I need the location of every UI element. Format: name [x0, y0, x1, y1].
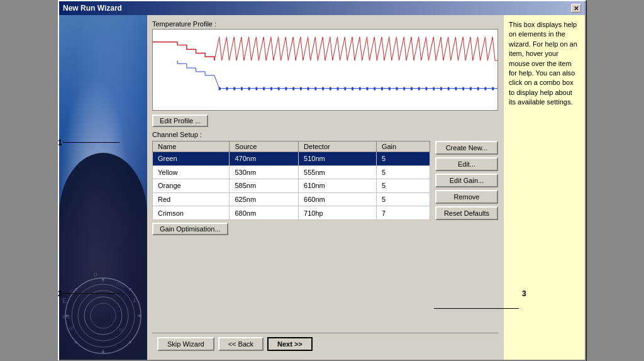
svg-rect-58 — [462, 87, 464, 91]
cell-detector: 660nm — [299, 192, 377, 206]
table-row[interactable]: Crimson680nm710hp7 — [153, 206, 430, 220]
svg-rect-46 — [374, 87, 375, 91]
cell-name: Orange — [153, 179, 230, 193]
svg-text:io: io — [119, 326, 123, 333]
svg-rect-60 — [477, 87, 479, 91]
svg-rect-49 — [396, 87, 398, 91]
svg-rect-47 — [381, 87, 383, 91]
cell-source: 625nm — [230, 192, 299, 206]
cell-source: 680nm — [230, 206, 299, 220]
svg-point-16 — [129, 341, 131, 343]
cell-gain: 5 — [376, 179, 430, 193]
table-row[interactable]: Red625nm660nm5 — [153, 192, 430, 206]
svg-rect-35 — [292, 87, 294, 91]
svg-rect-57 — [455, 87, 457, 91]
gear-decoration: E 8/1 F o np rota io io — [59, 221, 147, 360]
main-window: New Run Wizard ✕ — [58, 0, 586, 361]
cell-name: Green — [153, 152, 230, 166]
svg-point-13 — [75, 288, 77, 291]
cell-gain: 7 — [376, 206, 430, 220]
reset-defaults-button[interactable]: Reset Defaults — [435, 206, 498, 220]
svg-rect-52 — [418, 87, 420, 91]
table-row[interactable]: Green470nm510nm5 — [153, 152, 430, 166]
svg-point-14 — [129, 288, 131, 291]
temp-chart-area — [152, 29, 498, 111]
table-row[interactable]: Orange585nm610nm5 — [153, 179, 430, 193]
title-bar: New Run Wizard ✕ — [59, 1, 585, 15]
cell-source: 530nm — [230, 165, 299, 179]
svg-text:E: E — [62, 297, 67, 304]
table-row[interactable]: Yellow530nm555nm5 — [153, 165, 430, 179]
left-decorative-panel: E 8/1 F o np rota io io — [59, 15, 147, 360]
col-gain: Gain — [376, 142, 430, 152]
svg-rect-53 — [426, 87, 428, 91]
edit-gain-button[interactable]: Edit Gain... — [435, 174, 498, 187]
svg-text:8/1: 8/1 — [62, 314, 70, 320]
cell-name: Yellow — [153, 165, 230, 179]
main-content: Temperature Profile : — [147, 15, 503, 360]
svg-rect-50 — [403, 87, 405, 91]
cell-source: 470nm — [230, 152, 299, 166]
help-panel: This box displays help on elements in th… — [503, 15, 585, 360]
svg-rect-34 — [285, 87, 287, 91]
channel-table: Name Source Detector Gain Green470nm510n… — [152, 141, 430, 220]
svg-point-12 — [138, 314, 141, 317]
svg-rect-32 — [270, 87, 272, 91]
cell-name: Red — [153, 192, 230, 206]
cell-source: 585nm — [230, 179, 299, 193]
channel-setup-inner: Name Source Detector Gain Green470nm510n… — [152, 141, 498, 220]
svg-rect-38 — [314, 87, 316, 91]
channel-setup-label: Channel Setup : — [152, 131, 498, 138]
svg-text:o: o — [94, 271, 97, 278]
temp-chart-svg — [153, 30, 497, 110]
bottom-bar: Skip Wizard << Back Next >> — [152, 333, 498, 355]
back-button[interactable]: << Back — [218, 337, 264, 351]
svg-rect-56 — [448, 87, 450, 91]
svg-rect-33 — [278, 87, 280, 91]
cell-gain: 5 — [376, 152, 430, 166]
edit-profile-button[interactable]: Edit Profile ... — [152, 114, 208, 127]
cell-detector: 555nm — [299, 165, 377, 179]
skip-wizard-button[interactable]: Skip Wizard — [157, 337, 214, 351]
svg-rect-29 — [248, 87, 250, 91]
svg-rect-44 — [359, 87, 361, 91]
svg-rect-25 — [219, 87, 221, 91]
svg-rect-39 — [322, 87, 324, 91]
svg-rect-31 — [263, 87, 265, 91]
svg-rect-51 — [411, 87, 413, 91]
close-button[interactable]: ✕ — [571, 4, 581, 13]
svg-text:F: F — [133, 297, 137, 304]
col-source: Source — [230, 142, 299, 152]
channel-buttons: Create New... Edit... Edit Gain... Remov… — [435, 141, 498, 220]
create-new-button[interactable]: Create New... — [435, 141, 498, 155]
svg-rect-43 — [352, 87, 353, 91]
svg-rect-54 — [433, 87, 435, 91]
next-button[interactable]: Next >> — [267, 337, 313, 351]
svg-rect-36 — [300, 87, 302, 91]
svg-rect-37 — [308, 87, 309, 91]
gain-optimisation-button[interactable]: Gain Optimisation... — [152, 223, 228, 235]
cell-detector: 710hp — [299, 206, 377, 220]
temp-profile-section: Temperature Profile : — [152, 20, 498, 127]
channel-setup-section: Channel Setup : Name Source Detector Gai… — [152, 131, 498, 329]
svg-point-3 — [84, 297, 122, 335]
cell-detector: 610nm — [299, 179, 377, 193]
svg-rect-55 — [440, 87, 442, 91]
temp-profile-label: Temperature Profile : — [152, 20, 498, 28]
remove-button[interactable]: Remove — [435, 190, 498, 204]
edit-button[interactable]: Edit... — [435, 157, 498, 171]
col-detector: Detector — [299, 142, 377, 152]
col-name: Name — [153, 142, 230, 152]
cell-detector: 510nm — [299, 152, 377, 166]
svg-point-1 — [72, 284, 135, 347]
svg-text:io: io — [68, 287, 75, 294]
svg-rect-45 — [367, 87, 369, 91]
svg-rect-26 — [226, 87, 228, 91]
svg-rect-59 — [470, 87, 472, 91]
svg-rect-42 — [344, 87, 346, 91]
svg-rect-48 — [389, 87, 391, 91]
cell-gain: 5 — [376, 165, 430, 179]
svg-rect-40 — [330, 87, 331, 91]
edit-profile-area: Edit Profile ... — [152, 112, 498, 127]
svg-point-2 — [78, 291, 128, 341]
